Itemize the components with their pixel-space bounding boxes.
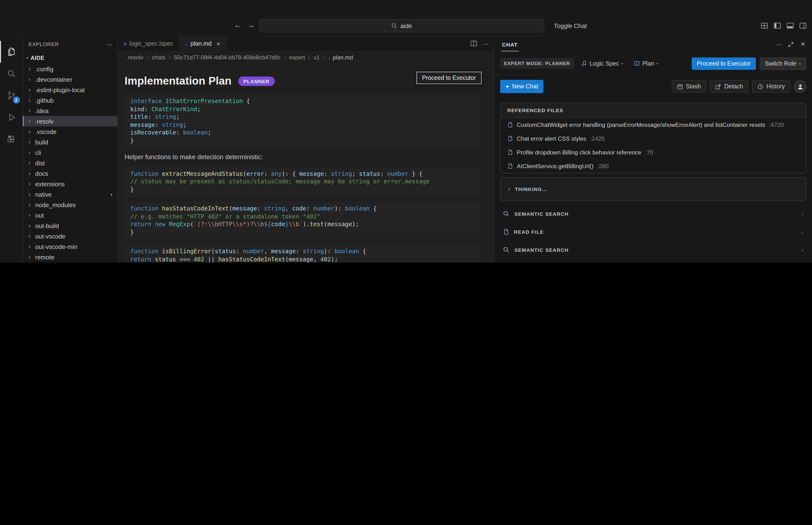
tree-item[interactable]: › .github xyxy=(23,95,117,105)
step-label: SEMANTIC SEARCH xyxy=(514,211,569,217)
explorer-icon[interactable] xyxy=(0,41,23,63)
chevron-right-icon: › xyxy=(284,54,286,61)
breadcrumb-item[interactable]: .resolv xyxy=(127,54,143,61)
chat-step[interactable]: › SEMANTIC SEARCH › xyxy=(500,241,806,259)
tab-logic-spec[interactable]: ≡ logic_spec.lspec xyxy=(118,36,179,51)
chevron-right-icon: › xyxy=(29,76,35,82)
referenced-file-item[interactable]: AIClientService.getBillingUrl() :280 xyxy=(501,159,806,173)
customize-layout-icon[interactable] xyxy=(761,22,768,29)
detach-button[interactable]: Detach xyxy=(710,80,748,93)
markdown-preview[interactable]: Implementation Plan PLANNER Proceed to E… xyxy=(118,64,494,262)
chat-toolbar: EXPERT MODE: PLANNER Logic Spec › Plan ›… xyxy=(494,52,812,75)
stash-icon xyxy=(677,84,683,90)
file-reference-icon xyxy=(507,149,513,155)
tree-item[interactable]: › .idea xyxy=(23,105,117,116)
tree-item[interactable]: › out-build xyxy=(23,221,117,231)
forward-button[interactable]: → xyxy=(247,21,255,29)
chevron-right-icon: › xyxy=(29,97,35,104)
chevron-right-icon: › xyxy=(29,107,35,114)
chat-step[interactable]: › TEXT SEARCH › xyxy=(500,259,806,262)
tree-item[interactable]: › out-vscode xyxy=(23,231,117,241)
tree-item[interactable]: › cli xyxy=(23,147,117,158)
source-control-icon[interactable]: 2 xyxy=(0,85,23,106)
referenced-file-item[interactable]: Profile dropdown Billing click behavior … xyxy=(501,145,806,159)
markdown-file-icon: ↓ xyxy=(185,41,188,46)
breadcrumb-file[interactable]: plan.md xyxy=(333,54,353,61)
referenced-files-header: REFERENCED FILES xyxy=(501,103,806,118)
chevron-right-icon: › xyxy=(801,246,803,254)
chevron-down-icon: › xyxy=(619,62,626,64)
tree-item[interactable]: › .eslint-plugin-local xyxy=(23,85,117,95)
tree-item[interactable]: › .devcontainer xyxy=(23,74,117,85)
extensions-icon[interactable] xyxy=(0,128,23,150)
proceed-to-executor-button[interactable]: Proceed to Executor xyxy=(692,57,756,70)
editor-more-actions-icon[interactable]: ··· xyxy=(483,40,488,47)
referenced-file-item[interactable]: CustomChatWidget error handling (parseEr… xyxy=(501,118,806,132)
chevron-right-icon: › xyxy=(29,118,35,124)
referenced-file-item[interactable]: Chat error alert CSS styles :1425 xyxy=(501,132,806,145)
search-icon[interactable] xyxy=(0,63,23,85)
breadcrumb-item[interactable]: chats xyxy=(152,54,165,61)
step-label: READ FILE xyxy=(514,229,544,235)
back-button[interactable]: ← xyxy=(234,21,241,29)
tree-item[interactable]: › .resolv xyxy=(23,116,117,126)
tree-item[interactable]: › docs xyxy=(23,168,117,179)
switch-role-button[interactable]: Switch Role › xyxy=(760,57,806,70)
chat-step[interactable]: › SEMANTIC SEARCH › xyxy=(500,205,806,223)
account-avatar[interactable] xyxy=(794,80,806,93)
logic-spec-dropdown[interactable]: Logic Spec › xyxy=(578,58,626,69)
explorer-more-actions-icon[interactable]: ··· xyxy=(106,40,112,48)
tree-item[interactable]: › build xyxy=(23,137,117,147)
chat-more-actions-icon[interactable]: ··· xyxy=(776,40,781,48)
chat-tab[interactable]: CHAT xyxy=(501,37,519,51)
step-label: SEMANTIC SEARCH xyxy=(514,247,569,253)
step-icon xyxy=(503,210,510,217)
chevron-right-icon: › xyxy=(308,54,310,61)
expand-panel-icon[interactable] xyxy=(788,41,794,47)
plan-dropdown[interactable]: Plan › xyxy=(630,58,662,69)
stash-label: Stash xyxy=(686,83,701,90)
tree-item[interactable]: › native ● xyxy=(23,189,117,199)
tree-item[interactable]: › out-vscode-min xyxy=(23,241,117,252)
close-panel-icon[interactable]: × xyxy=(801,40,805,49)
tree-item[interactable]: › dist xyxy=(23,158,117,168)
markdown-file-icon: ↓ xyxy=(328,55,331,60)
tree-item[interactable]: › node_modules xyxy=(23,199,117,210)
search-value: aide xyxy=(400,22,412,29)
tree-item[interactable]: › resources xyxy=(23,262,117,262)
chat-timeline: REFERENCED FILES CustomChatWidget error … xyxy=(494,98,812,262)
toggle-sidebar-right-icon[interactable] xyxy=(799,22,807,29)
command-center-search[interactable]: aide xyxy=(259,19,544,32)
run-debug-icon[interactable] xyxy=(0,106,23,128)
proceed-to-executor-overlay-button[interactable]: Proceed to Executor xyxy=(416,72,482,84)
tree-item[interactable]: › extensions xyxy=(23,179,117,189)
tree-item-label: .idea xyxy=(35,107,48,114)
doc-block-code: interface IChatErrorPresentation {kind: … xyxy=(124,94,481,148)
toggle-chat-label[interactable]: Toggle Chat xyxy=(554,22,587,29)
stash-button[interactable]: Stash xyxy=(671,80,706,93)
workspace-root-folder[interactable]: › AIDE xyxy=(23,52,117,64)
chat-panel: CHAT ··· × EXPERT MODE: PLANNER Logic Sp… xyxy=(494,36,812,262)
explorer-sidebar: EXPLORER ··· › AIDE › .config xyxy=(23,36,118,262)
tab-plan-md[interactable]: ↓ plan.md × xyxy=(179,36,226,51)
logic-spec-icon xyxy=(581,60,587,66)
chat-step[interactable]: › THINKING... › xyxy=(500,177,806,201)
tree-item[interactable]: › .config xyxy=(23,64,117,74)
tree-item-label: build xyxy=(35,138,48,146)
tree-item[interactable]: › .vscode xyxy=(23,126,117,137)
split-editor-icon[interactable] xyxy=(470,40,477,47)
toggle-sidebar-left-icon[interactable] xyxy=(773,22,781,29)
breadcrumb-item[interactable]: 50c71d77-09f4-4d04-bb78-408e8cb47d9c xyxy=(174,54,280,61)
close-tab-icon[interactable]: × xyxy=(216,40,220,47)
new-chat-button[interactable]: + New Chat xyxy=(500,80,543,93)
tree-item[interactable]: › remote xyxy=(23,252,117,262)
tree-item[interactable]: › out xyxy=(23,210,117,221)
breadcrumb-item[interactable]: v1 xyxy=(313,54,320,61)
breadcrumb-item[interactable]: expert xyxy=(289,54,305,61)
person-icon xyxy=(797,83,804,90)
chat-step[interactable]: › READ FILE › xyxy=(500,223,806,241)
history-button[interactable]: History xyxy=(752,80,790,93)
tree-item-label: cli xyxy=(35,149,41,156)
toggle-panel-icon[interactable] xyxy=(786,22,794,29)
new-chat-label: New Chat xyxy=(512,83,538,90)
